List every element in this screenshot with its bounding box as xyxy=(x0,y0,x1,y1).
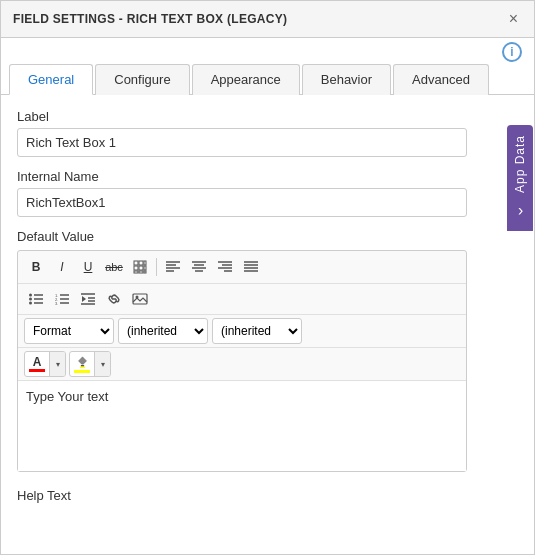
help-text-section-label: Help Text xyxy=(17,484,518,503)
outdent-button[interactable] xyxy=(76,287,100,311)
default-value-group: Default Value B I U abc xyxy=(17,229,518,472)
underline-button[interactable]: U xyxy=(76,255,100,279)
font-color-button[interactable]: A ▾ xyxy=(24,351,66,377)
toolbar-row-3: Format (inherited (inherited xyxy=(18,315,466,348)
font-color-dropdown[interactable]: ▾ xyxy=(49,352,65,376)
label-field-label: Label xyxy=(17,109,518,124)
info-row: i xyxy=(1,38,534,64)
numbered-list-button[interactable]: 1.2.3. xyxy=(50,287,74,311)
label-input[interactable] xyxy=(17,128,467,157)
toolbar-sep-1 xyxy=(156,258,157,276)
internal-name-field-group: Internal Name xyxy=(17,169,518,217)
rich-text-editor: B I U abc xyxy=(17,250,467,472)
link-button[interactable] xyxy=(102,287,126,311)
svg-rect-1 xyxy=(139,261,143,265)
align-justify-button[interactable] xyxy=(239,255,263,279)
svg-marker-45 xyxy=(78,356,86,363)
highlight-icon xyxy=(76,356,89,369)
bullet-list-button[interactable] xyxy=(24,287,48,311)
tab-advanced[interactable]: Advanced xyxy=(393,64,489,95)
app-data-label: App Data xyxy=(513,135,527,193)
svg-rect-8 xyxy=(144,271,146,273)
editor-placeholder-text: Type Your text xyxy=(26,389,108,404)
highlight-color-main xyxy=(70,354,94,375)
svg-point-27 xyxy=(29,298,32,301)
title-bar: FIELD SETTINGS - RICH TEXT BOX (LEGACY) … xyxy=(1,1,534,38)
content-area: Label Internal Name Default Value B I U … xyxy=(1,95,534,554)
svg-marker-37 xyxy=(82,296,86,302)
tab-configure[interactable]: Configure xyxy=(95,64,189,95)
svg-rect-3 xyxy=(134,266,138,270)
tab-general[interactable]: General xyxy=(9,64,93,95)
inherited-font-select[interactable]: (inherited xyxy=(118,318,208,344)
svg-rect-0 xyxy=(134,261,138,265)
dialog-container: FIELD SETTINGS - RICH TEXT BOX (LEGACY) … xyxy=(0,0,535,555)
svg-point-25 xyxy=(29,294,32,297)
app-data-toggle-button[interactable]: ‹ App Data xyxy=(507,125,533,231)
align-left-button[interactable] xyxy=(161,255,185,279)
highlight-color-dropdown[interactable]: ▾ xyxy=(94,352,110,376)
svg-rect-5 xyxy=(144,266,146,270)
internal-name-input[interactable] xyxy=(17,188,467,217)
strikethrough-button[interactable]: abc xyxy=(102,255,126,279)
label-field-group: Label xyxy=(17,109,518,157)
tab-behavior[interactable]: Behavior xyxy=(302,64,391,95)
image-button[interactable] xyxy=(128,287,152,311)
toolbar-row-4: A ▾ xyxy=(18,348,466,381)
bold-button[interactable]: B xyxy=(24,255,48,279)
editor-content-area[interactable]: Type Your text xyxy=(18,381,466,471)
font-color-letter: A xyxy=(33,356,42,368)
app-data-chevron: ‹ xyxy=(517,203,523,221)
toolbar-row-1: B I U abc xyxy=(18,251,466,284)
dialog-title: FIELD SETTINGS - RICH TEXT BOX (LEGACY) xyxy=(13,12,287,26)
align-right-button[interactable] xyxy=(213,255,237,279)
svg-rect-7 xyxy=(139,271,143,273)
internal-name-label: Internal Name xyxy=(17,169,518,184)
svg-text:3.: 3. xyxy=(55,301,58,305)
svg-rect-4 xyxy=(139,266,143,270)
app-data-sidebar: ‹ App Data xyxy=(506,125,534,231)
close-button[interactable]: × xyxy=(505,11,522,27)
toolbar-row-2: 1.2.3. xyxy=(18,284,466,315)
italic-button[interactable]: I xyxy=(50,255,74,279)
svg-rect-2 xyxy=(144,261,146,265)
font-color-main: A xyxy=(25,354,49,374)
highlight-color-button[interactable]: ▾ xyxy=(69,351,111,377)
default-value-label: Default Value xyxy=(17,229,518,244)
align-center-button[interactable] xyxy=(187,255,211,279)
inherited-size-select[interactable]: (inherited xyxy=(212,318,302,344)
tabs-bar: General Configure Appearance Behavior Ad… xyxy=(1,64,534,95)
font-color-bar xyxy=(29,369,45,372)
svg-point-29 xyxy=(29,302,32,305)
info-icon[interactable]: i xyxy=(502,42,522,62)
grid-button[interactable] xyxy=(128,255,152,279)
tab-appearance[interactable]: Appearance xyxy=(192,64,300,95)
svg-rect-47 xyxy=(80,366,85,368)
svg-rect-43 xyxy=(133,294,147,304)
format-select[interactable]: Format xyxy=(24,318,114,344)
svg-rect-46 xyxy=(80,364,83,366)
highlight-color-bar xyxy=(74,370,90,373)
svg-rect-6 xyxy=(134,271,138,273)
